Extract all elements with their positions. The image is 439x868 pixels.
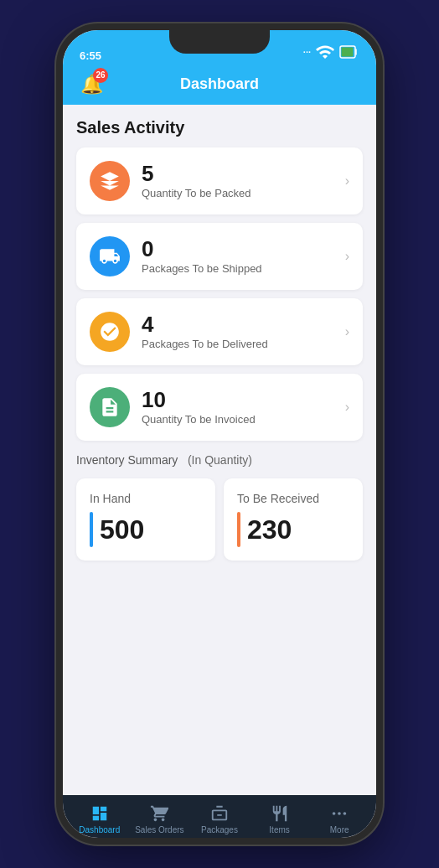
pack-label: Quantity To be Packed: [142, 187, 345, 199]
wifi-icon: [315, 42, 335, 62]
in-hand-bar: [90, 512, 93, 547]
pack-number: 5: [142, 163, 345, 184]
notch: [169, 30, 270, 54]
invoice-chevron: ›: [345, 400, 349, 415]
inventory-row: In Hand 500 To Be Received 230: [76, 478, 363, 561]
status-time: 6:55: [80, 49, 101, 62]
dots-icon: ···: [303, 47, 311, 57]
notification-button[interactable]: 🔔 26: [76, 70, 106, 100]
svg-point-4: [343, 812, 347, 815]
time-display: 6:55: [80, 49, 101, 62]
sales-activity-title: Sales Activity: [76, 118, 363, 137]
invoice-number: 10: [142, 389, 345, 411]
nav-more-label: More: [330, 825, 349, 834]
phone-frame: 6:55 ··· 🔔 26 Dashboard Sales Activity: [56, 23, 383, 845]
nav-items-label: Items: [269, 825, 289, 834]
bottom-nav: Dashboard Sales Orders Packages Items: [63, 795, 376, 844]
ship-chevron: ›: [345, 249, 349, 264]
pack-icon: [90, 161, 130, 201]
to-be-received-value: 230: [247, 514, 292, 545]
truck-icon: [90, 236, 130, 276]
nav-items[interactable]: Items: [250, 804, 310, 834]
deliver-card[interactable]: 4 Packages To be Delivered ›: [76, 298, 363, 365]
check-circle-icon: [90, 312, 130, 352]
deliver-label: Packages To be Delivered: [142, 338, 345, 350]
ship-label: Packages To be Shipped: [142, 262, 345, 275]
in-hand-card[interactable]: In Hand 500: [76, 478, 215, 561]
nav-packages[interactable]: Packages: [189, 804, 250, 834]
invoice-info: 10 Quantity To be Invoiced: [142, 389, 345, 426]
home-indicator: [63, 844, 376, 845]
inventory-subtitle: (In Quantity): [188, 453, 252, 467]
to-be-received-bar: [237, 512, 240, 547]
to-be-received-card[interactable]: To Be Received 230: [224, 478, 363, 561]
header-title: Dashboard: [180, 75, 259, 93]
deliver-chevron: ›: [345, 324, 349, 339]
ship-number: 0: [142, 238, 345, 260]
nav-sales-orders[interactable]: Sales Orders: [130, 804, 190, 834]
svg-rect-1: [342, 48, 354, 57]
inventory-title-text: Inventory Summary: [76, 453, 178, 467]
dashboard-nav-icon: [90, 804, 109, 823]
svg-point-3: [338, 812, 341, 815]
inventory-section-title: Inventory Summary (In Quantity): [76, 449, 363, 468]
deliver-info: 4 Packages To be Delivered: [142, 313, 345, 350]
in-hand-label: In Hand: [90, 492, 202, 505]
pack-chevron: ›: [345, 173, 349, 189]
nav-packages-label: Packages: [201, 825, 238, 834]
nav-sales-orders-label: Sales Orders: [135, 825, 183, 834]
status-icons: ···: [303, 42, 359, 62]
in-hand-value: 500: [100, 514, 144, 545]
deliver-number: 4: [142, 313, 345, 335]
invoice-label: Quantity To be Invoiced: [142, 413, 345, 426]
pack-card[interactable]: 5 Quantity To be Packed ›: [76, 147, 363, 214]
invoice-icon: [90, 387, 130, 427]
nav-dashboard[interactable]: Dashboard: [70, 804, 130, 834]
to-be-received-value-row: 230: [237, 512, 349, 547]
battery-icon: [339, 42, 359, 62]
to-be-received-label: To Be Received: [237, 492, 349, 505]
pack-info: 5 Quantity To be Packed: [142, 163, 345, 199]
main-content: Sales Activity 5 Quantity To be Packed ›: [63, 105, 376, 795]
ship-card[interactable]: 0 Packages To be Shipped ›: [76, 223, 363, 290]
packages-nav-icon: [210, 804, 229, 823]
invoice-card[interactable]: 10 Quantity To be Invoiced ›: [76, 374, 363, 441]
items-nav-icon: [271, 804, 289, 823]
nav-more[interactable]: More: [309, 804, 369, 834]
nav-dashboard-label: Dashboard: [79, 825, 120, 834]
app-header: 🔔 26 Dashboard: [63, 67, 376, 105]
sales-orders-nav-icon: [150, 804, 168, 823]
ship-info: 0 Packages To be Shipped: [142, 238, 345, 275]
in-hand-value-row: 500: [90, 512, 202, 547]
notification-badge: 26: [93, 68, 108, 83]
more-nav-icon: [330, 804, 349, 823]
svg-point-2: [333, 812, 336, 815]
